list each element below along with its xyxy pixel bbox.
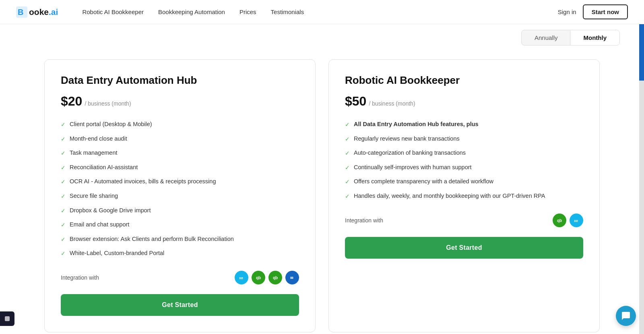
billing-toggle-wrap: Annually Monthly (0, 24, 644, 51)
svg-text:xe: xe (239, 276, 243, 280)
nav-bookkeeping-automation[interactable]: Bookkeeping Automation (158, 8, 225, 15)
svg-text:qb: qb (273, 276, 278, 280)
check-icon: ✓ (345, 193, 350, 201)
plan-price-data-entry: $20 / business (month) (61, 94, 299, 109)
bottom-left-widget[interactable] (0, 311, 14, 326)
quickbooks-icon-robotic: qb (553, 214, 566, 227)
nav-actions: Sign in Start now (558, 4, 628, 19)
feature-item: ✓ Handles daily, weekly, and monthly boo… (345, 192, 583, 201)
check-icon: ✓ (61, 236, 66, 244)
plan-card-data-entry: Data Entry Automation Hub $20 / business… (44, 59, 316, 332)
feature-item: ✓ Secure file sharing (61, 192, 299, 201)
feature-item: ✓ OCR AI - Automated invoices, bills & r… (61, 177, 299, 186)
feature-item: ✓ All Data Entry Automation Hub features… (345, 120, 583, 129)
integration-row-data-entry: Integration with xe qb (61, 271, 299, 284)
feature-item: ✓ Month-end close audit (61, 135, 299, 143)
plan-price-robotic: $50 / business (month) (345, 94, 583, 109)
integration-icons-robotic: qb xe (553, 214, 583, 227)
check-icon: ✓ (61, 221, 66, 229)
check-icon: ✓ (61, 121, 66, 129)
plan-name-data-entry: Data Entry Automation Hub (61, 74, 299, 87)
integration-label-data-entry: Integration with (61, 274, 99, 281)
feature-item: ✓ Regularly reviews new bank transaction… (345, 135, 583, 143)
svg-text:xe: xe (574, 219, 578, 223)
check-icon: ✓ (345, 164, 350, 172)
integration-label-robotic: Integration with (345, 217, 383, 224)
integration-icon-blue: ✉ (285, 271, 299, 284)
billing-toggle: Annually Monthly (521, 30, 620, 46)
nav-prices[interactable]: Prices (239, 8, 256, 15)
quickbooks-icon-2: qb (268, 271, 282, 284)
check-icon: ✓ (345, 135, 350, 143)
feature-item: ✓ Auto-categorization of banking transac… (345, 149, 583, 158)
integration-row-robotic: Integration with qb xe (345, 214, 583, 227)
check-icon: ✓ (61, 193, 66, 201)
nav-robotic-bookkeeper[interactable]: Robotic AI Bookkeeper (82, 8, 144, 15)
price-period-data-entry: / business (month) (85, 100, 131, 107)
svg-text:B: B (18, 8, 23, 17)
sign-in-button[interactable]: Sign in (558, 8, 576, 15)
feature-item: ✓ Email and chat support (61, 220, 299, 229)
plan-card-robotic: Robotic AI Bookkeeper $50 / business (mo… (328, 59, 600, 332)
check-icon: ✓ (345, 178, 350, 186)
check-icon: ✓ (61, 135, 66, 143)
feature-item: ✓ Task management (61, 149, 299, 158)
logo[interactable]: B ooke.ai (16, 6, 58, 18)
feature-item: ✓ Reconciliation AI-assistant (61, 163, 299, 172)
chat-bubble-button[interactable] (616, 306, 636, 326)
check-icon: ✓ (61, 178, 66, 186)
plan-name-robotic: Robotic AI Bookkeeper (345, 74, 583, 87)
feature-item: ✓ White-Label, Custom-branded Portal (61, 249, 299, 258)
pricing-section: Data Entry Automation Hub $20 / business… (20, 51, 624, 334)
start-now-button[interactable]: Start now (583, 4, 628, 19)
price-amount-data-entry: $20 (61, 94, 82, 109)
svg-text:✉: ✉ (290, 276, 293, 280)
nav-testimonials[interactable]: Testimonials (271, 8, 304, 15)
monthly-toggle[interactable]: Monthly (571, 30, 620, 45)
feature-item: ✓ Dropbox & Google Drive import (61, 206, 299, 215)
features-list-robotic: ✓ All Data Entry Automation Hub features… (345, 120, 583, 201)
navbar: B ooke.ai Robotic AI Bookkeeper Bookkeep… (0, 0, 644, 24)
check-icon: ✓ (345, 121, 350, 129)
annually-toggle[interactable]: Annually (522, 30, 571, 45)
check-icon: ✓ (345, 149, 350, 158)
feature-item: ✓ Client portal (Desktop & Mobile) (61, 120, 299, 129)
check-icon: ✓ (61, 149, 66, 158)
nav-links: Robotic AI Bookkeeper Bookkeeping Automa… (82, 8, 557, 16)
svg-text:qb: qb (256, 276, 261, 280)
xero-icon-robotic: xe (570, 214, 583, 227)
integration-icons-data-entry: xe qb qb (235, 271, 299, 284)
price-period-robotic: / business (month) (369, 100, 415, 107)
price-amount-robotic: $50 (345, 94, 366, 109)
scrollbar-track (639, 0, 644, 334)
get-started-button-data-entry[interactable]: Get Started (61, 294, 299, 316)
check-icon: ✓ (61, 207, 66, 215)
svg-text:qb: qb (557, 218, 562, 223)
feature-item: ✓ Continually self-improves with human s… (345, 163, 583, 172)
xero-icon: xe (235, 271, 248, 284)
svg-rect-14 (5, 316, 10, 321)
check-icon: ✓ (61, 250, 66, 258)
feature-item: ✓ Offers complete transparency with a de… (345, 177, 583, 186)
get-started-button-robotic[interactable]: Get Started (345, 237, 583, 259)
feature-item: ✓ Browser extension: Ask Clients and per… (61, 235, 299, 244)
features-list-data-entry: ✓ Client portal (Desktop & Mobile) ✓ Mon… (61, 120, 299, 258)
check-icon: ✓ (61, 164, 66, 172)
quickbooks-icon-1: qb (252, 271, 265, 284)
